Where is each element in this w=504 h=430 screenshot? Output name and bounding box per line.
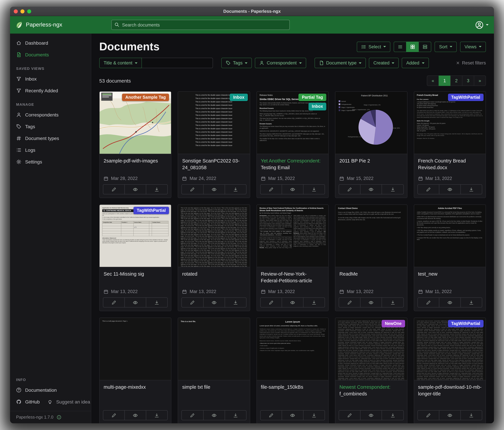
edit-document-button[interactable]	[261, 185, 282, 194]
download-document-button[interactable]	[304, 185, 324, 194]
edit-document-button[interactable]	[182, 298, 203, 307]
view-document-button[interactable]	[439, 298, 460, 307]
document-thumbnail[interactable]: Adobe Acrobat PDF FilesAdobe Portable Do…	[414, 205, 486, 267]
edit-document-button[interactable]	[418, 411, 439, 420]
sidebar-item-correspondents[interactable]: Correspondents	[10, 109, 91, 121]
select-button[interactable]: Select	[357, 41, 390, 52]
title-content-filter-input[interactable]	[142, 58, 213, 68]
edit-document-button[interactable]	[339, 185, 360, 194]
document-title[interactable]: Yet Another Correspondent: Testing Email	[261, 158, 324, 171]
sidebar-item-documentation[interactable]: Documentation	[10, 384, 63, 396]
download-document-button[interactable]	[304, 298, 324, 307]
sidebar-item-documents[interactable]: Documents	[10, 49, 91, 60]
view-grid-button[interactable]	[406, 41, 419, 52]
tag-badge-newone[interactable]: NewOne	[381, 320, 405, 327]
sort-button[interactable]: Sort	[435, 41, 457, 52]
document-title[interactable]: ReadMe	[339, 271, 403, 284]
document-thumbnail[interactable]: This is a test file.	[178, 318, 250, 380]
sidebar-item-dashboard[interactable]: Dashboard	[10, 37, 91, 49]
edit-document-button[interactable]	[261, 411, 282, 420]
download-document-button[interactable]	[382, 411, 403, 420]
download-document-button[interactable]	[461, 298, 482, 307]
document-thumbnail[interactable]: Contact Sheet DemoGiven a set of image f…	[335, 205, 407, 267]
minimize-window-button[interactable]	[20, 9, 25, 13]
view-details-button[interactable]	[419, 41, 432, 52]
pagination-page-2[interactable]: 2	[450, 75, 462, 86]
document-correspondent[interactable]: Newest Correspondent:	[339, 384, 390, 390]
document-title[interactable]: Sonstige ScanPC2022 03-24_081058	[182, 158, 246, 171]
document-type-filter-button[interactable]: Document type	[314, 58, 366, 68]
edit-document-button[interactable]	[103, 185, 125, 194]
views-button[interactable]: Views	[460, 41, 486, 52]
edit-document-button[interactable]	[103, 298, 125, 307]
document-title[interactable]: Sec 11-Missing sig	[104, 271, 167, 284]
document-thumbnail[interactable]: Patient BP Distribution 2011NormalPrehyp…	[335, 92, 407, 154]
info-icon[interactable]	[57, 415, 61, 420]
download-document-button[interactable]	[382, 185, 403, 194]
document-title[interactable]: simple txt file	[182, 384, 246, 397]
edit-document-button[interactable]	[418, 185, 439, 194]
tag-badge-inbox[interactable]: Inbox	[230, 94, 248, 101]
download-document-button[interactable]	[225, 185, 246, 194]
document-title[interactable]: sample-pdf-download-10-mb-longer-title	[418, 384, 482, 397]
correspondent-filter-button[interactable]: Correspondent	[255, 58, 306, 68]
download-document-button[interactable]	[146, 298, 168, 307]
pagination-prev-button[interactable]: «	[427, 75, 439, 86]
edit-document-button[interactable]	[339, 298, 360, 307]
document-thumbnail[interactable]: Review of New York Federal Petitions for…	[257, 205, 328, 267]
sidebar-item-suggest-an-idea[interactable]: Suggest an idea	[46, 396, 96, 408]
edit-document-button[interactable]	[261, 298, 282, 307]
view-document-button[interactable]	[203, 298, 225, 307]
tag-badge-inbox[interactable]: Inbox	[308, 103, 326, 111]
view-document-button[interactable]	[203, 411, 225, 420]
title-content-filter-button[interactable]: Title & content	[99, 58, 142, 68]
document-correspondent[interactable]: Yet Another Correspondent:	[261, 158, 321, 163]
edit-document-button[interactable]	[418, 298, 439, 307]
document-thumbnail[interactable]: This is the text that appears on the fir…	[178, 205, 250, 267]
download-document-button[interactable]	[461, 185, 482, 194]
document-title[interactable]: multi-page-mixedxx	[104, 384, 167, 397]
user-menu[interactable]	[475, 21, 489, 29]
reset-filters-button[interactable]: Reset filters	[456, 60, 486, 65]
view-document-button[interactable]	[361, 185, 382, 194]
view-document-button[interactable]	[125, 185, 146, 194]
created-filter-button[interactable]: Created	[369, 58, 399, 68]
sidebar-item-tags[interactable]: Tags	[10, 121, 91, 132]
document-title[interactable]: test_new	[418, 271, 482, 284]
document-title[interactable]: Review-of-New-York-Federal-Petitions-art…	[261, 271, 324, 284]
pagination-page-1[interactable]: 1	[439, 75, 451, 86]
download-document-button[interactable]	[146, 411, 168, 420]
download-document-button[interactable]	[225, 298, 246, 307]
close-window-button[interactable]	[14, 9, 18, 13]
download-document-button[interactable]	[461, 411, 482, 420]
view-list-button[interactable]	[394, 41, 407, 52]
pagination-page-3[interactable]: 3	[462, 75, 474, 86]
document-thumbnail[interactable]: Lorem ipsumLorem ipsum dolor sit amet, c…	[257, 318, 328, 380]
added-filter-button[interactable]: Added	[402, 58, 429, 68]
app-brand[interactable]: Paperless-ngx	[15, 21, 90, 28]
edit-document-button[interactable]	[182, 411, 203, 420]
document-title[interactable]: rotated	[182, 271, 246, 284]
sidebar-item-settings[interactable]: Settings	[10, 156, 91, 168]
sidebar-item-recently-added[interactable]: Recently Added	[10, 84, 91, 96]
edit-document-button[interactable]	[103, 411, 125, 420]
view-document-button[interactable]	[439, 411, 460, 420]
view-document-button[interactable]	[361, 411, 382, 420]
sidebar-item-logs[interactable]: Logs	[10, 144, 91, 156]
document-thumbnail[interactable]: This is a multi page document. Page 1.	[99, 318, 171, 380]
zoom-window-button[interactable]	[27, 9, 31, 13]
view-document-button[interactable]	[361, 298, 382, 307]
edit-document-button[interactable]	[339, 411, 360, 420]
view-document-button[interactable]	[282, 298, 304, 307]
view-document-button[interactable]	[439, 185, 460, 194]
tag-badge-tagwithpartial[interactable]: TagWithPartial	[134, 207, 169, 214]
edit-document-button[interactable]	[182, 185, 203, 194]
tag-badge-another-sample-tag[interactable]: Another Sample Tag	[122, 94, 169, 101]
search-input[interactable]	[111, 20, 290, 30]
view-document-button[interactable]	[125, 411, 146, 420]
tag-badge-partial-tag[interactable]: Partial Tag	[298, 94, 326, 101]
download-document-button[interactable]	[304, 411, 324, 420]
download-document-button[interactable]	[225, 411, 246, 420]
tag-badge-tagwithpartial[interactable]: TagWithPartial	[448, 94, 484, 101]
sidebar-item-github[interactable]: GitHub	[10, 396, 46, 408]
